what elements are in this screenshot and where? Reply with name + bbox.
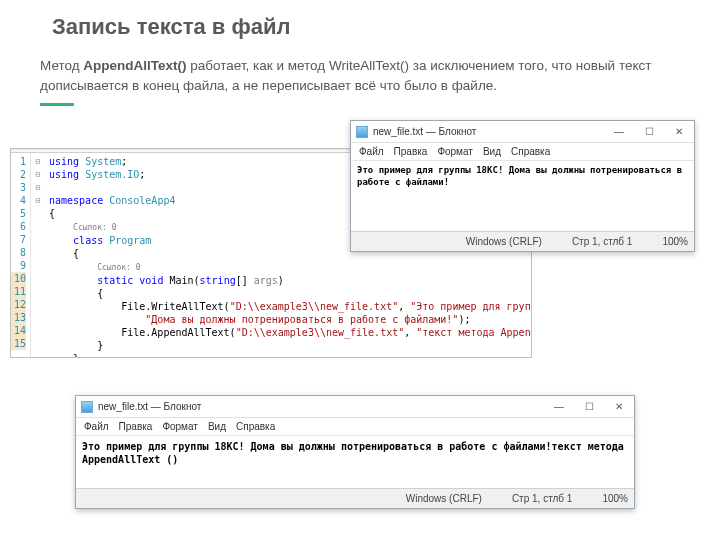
- text-area[interactable]: Это пример для группы 18КС! Дома вы долж…: [351, 161, 694, 231]
- page-title: Запись текста в файл: [0, 0, 720, 46]
- menu-bar: Файл Правка Формат Вид Справка: [351, 143, 694, 161]
- notepad-icon: [81, 401, 93, 413]
- status-zoom: 100%: [662, 236, 688, 247]
- menu-bar: Файл Правка Формат Вид Справка: [76, 418, 634, 436]
- status-encoding: Windows (CRLF): [466, 236, 542, 247]
- status-encoding: Windows (CRLF): [406, 493, 482, 504]
- minimize-button[interactable]: —: [604, 122, 634, 142]
- menu-help[interactable]: Справка: [236, 421, 275, 432]
- window-title: new_file.txt — Блокнот: [373, 126, 604, 137]
- minimize-button[interactable]: —: [544, 397, 574, 417]
- notepad-window-1: new_file.txt — Блокнот — ☐ ✕ Файл Правка…: [350, 120, 695, 252]
- close-button[interactable]: ✕: [604, 397, 634, 417]
- maximize-button[interactable]: ☐: [574, 397, 604, 417]
- method-name: AppendAllText(): [83, 58, 186, 73]
- menu-view[interactable]: Вид: [483, 146, 501, 157]
- status-zoom: 100%: [602, 493, 628, 504]
- menu-help[interactable]: Справка: [511, 146, 550, 157]
- fold-column: ⊟⊟⊟⊟: [31, 153, 45, 357]
- menu-edit[interactable]: Правка: [119, 421, 153, 432]
- text-area[interactable]: Это пример для группы 18КС! Дома вы долж…: [76, 436, 634, 488]
- menu-file[interactable]: Файл: [359, 146, 384, 157]
- window-title: new_file.txt — Блокнот: [98, 401, 544, 412]
- notepad-window-2: new_file.txt — Блокнот — ☐ ✕ Файл Правка…: [75, 395, 635, 509]
- menu-file[interactable]: Файл: [84, 421, 109, 432]
- titlebar[interactable]: new_file.txt — Блокнот — ☐ ✕: [76, 396, 634, 418]
- maximize-button[interactable]: ☐: [634, 122, 664, 142]
- menu-format[interactable]: Формат: [437, 146, 473, 157]
- status-cursor: Стр 1, стлб 1: [572, 236, 633, 247]
- menu-view[interactable]: Вид: [208, 421, 226, 432]
- accent-bar: [40, 103, 74, 106]
- close-button[interactable]: ✕: [664, 122, 694, 142]
- status-bar: Windows (CRLF) Стр 1, стлб 1 100%: [76, 488, 634, 508]
- menu-format[interactable]: Формат: [162, 421, 198, 432]
- status-bar: Windows (CRLF) Стр 1, стлб 1 100%: [351, 231, 694, 251]
- titlebar[interactable]: new_file.txt — Блокнот — ☐ ✕: [351, 121, 694, 143]
- para-pre: Метод: [40, 58, 83, 73]
- menu-edit[interactable]: Правка: [394, 146, 428, 157]
- description-paragraph: Метод AppendAllText() работает, как и ме…: [0, 46, 720, 99]
- status-cursor: Стр 1, стлб 1: [512, 493, 573, 504]
- line-gutter: 1 2 3 4 5 6 7 8 9 10 11 12 13 14 15: [11, 153, 31, 357]
- notepad-icon: [356, 126, 368, 138]
